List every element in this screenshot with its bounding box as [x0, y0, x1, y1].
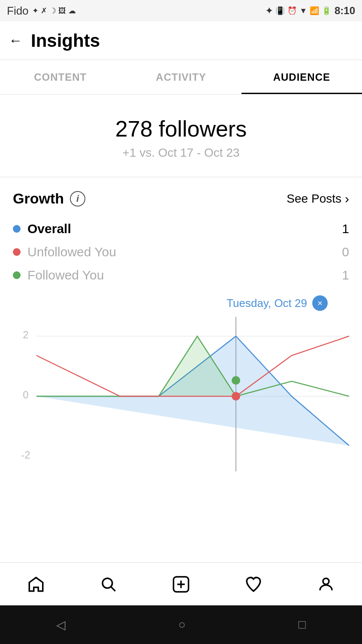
status-bar: Fido ✦ ✗ ☽ 🖼 ☁ ✦ 📳 ⏰ ▼ 📶 🔋 8:10	[0, 0, 362, 21]
svg-point-15	[323, 578, 329, 584]
home-nav-button[interactable]	[24, 572, 48, 596]
svg-point-10	[103, 578, 112, 588]
status-icons: ✦ ✗ ☽ 🖼 ☁	[32, 6, 76, 15]
add-nav-button[interactable]	[169, 572, 193, 596]
profile-nav-button[interactable]	[314, 572, 338, 596]
label-unfollowed: Unfollowed You	[27, 245, 116, 259]
legend-item-followed: Followed You 1	[13, 264, 349, 287]
growth-chart[interactable]: 2 0 -2	[13, 313, 349, 476]
svg-point-8	[232, 392, 240, 401]
android-recent-button[interactable]: □	[299, 618, 306, 632]
status-right: ✦ 📳 ⏰ ▼ 📶 🔋 8:10	[265, 5, 355, 17]
vibrate-icon: 📳	[275, 6, 285, 15]
chart-close-button[interactable]: ×	[312, 295, 328, 311]
svg-point-9	[232, 376, 240, 385]
growth-title: Growth	[13, 190, 64, 207]
search-icon	[100, 575, 118, 593]
svg-text:0: 0	[23, 389, 28, 401]
growth-section: Growth i See Posts › Overall 1 Unfollowe…	[0, 177, 362, 476]
signal-icon: 📶	[310, 6, 319, 15]
chart-container: Tuesday, Oct 29 × 2 0 -2	[13, 295, 349, 476]
wifi-icon: ▼	[299, 6, 307, 15]
add-icon	[172, 575, 190, 593]
chart-date-text: Tuesday, Oct 29	[226, 297, 307, 310]
label-overall: Overall	[27, 222, 71, 236]
growth-header: Growth i See Posts ›	[13, 190, 349, 207]
followers-section: 278 followers +1 vs. Oct 17 - Oct 23	[0, 94, 362, 177]
android-nav-bar: ◁ ○ □	[0, 605, 362, 644]
tab-content[interactable]: CONTENT	[0, 60, 121, 94]
legend-item-unfollowed: Unfollowed You 0	[13, 240, 349, 264]
tabs-container: CONTENT ACTIVITY AUDIENCE	[0, 60, 362, 94]
value-overall: 1	[342, 222, 349, 236]
svg-text:2: 2	[23, 329, 28, 340]
battery-icon: 🔋	[322, 6, 331, 15]
search-nav-button[interactable]	[97, 572, 121, 596]
status-left: Fido ✦ ✗ ☽ 🖼 ☁	[7, 4, 76, 18]
time-label: 8:10	[335, 5, 355, 17]
chart-date-label: Tuesday, Oct 29 ×	[226, 295, 328, 311]
label-followed: Followed You	[27, 268, 104, 283]
followers-comparison: +1 vs. Oct 17 - Oct 23	[9, 146, 353, 160]
svg-marker-7	[36, 336, 349, 396]
value-followed: 1	[342, 268, 349, 283]
chevron-right-icon: ›	[345, 191, 349, 206]
header: ← Insights	[0, 21, 362, 60]
back-button[interactable]: ←	[9, 33, 22, 49]
carrier-label: Fido	[7, 4, 29, 18]
followers-count: 278 followers	[9, 116, 353, 142]
tab-activity[interactable]: ACTIVITY	[121, 60, 241, 94]
legend-item-overall: Overall 1	[13, 217, 349, 240]
page-title: Insights	[31, 30, 100, 51]
android-back-button[interactable]: ◁	[56, 618, 66, 632]
svg-line-11	[111, 587, 115, 591]
profile-icon	[317, 575, 335, 593]
dot-followed	[13, 271, 21, 279]
bluetooth-icon: ✦	[265, 6, 273, 16]
heart-nav-button[interactable]	[241, 572, 265, 596]
dot-unfollowed	[13, 248, 21, 256]
home-icon	[27, 575, 45, 593]
tab-audience[interactable]: AUDIENCE	[241, 60, 362, 94]
bottom-nav	[0, 562, 362, 605]
android-home-button[interactable]: ○	[178, 618, 186, 632]
svg-text:-2: -2	[21, 449, 30, 461]
dot-overall	[13, 225, 21, 233]
alarm-icon: ⏰	[287, 6, 297, 15]
see-posts-button[interactable]: See Posts ›	[287, 191, 349, 206]
value-unfollowed: 0	[342, 245, 349, 259]
heart-icon	[244, 575, 262, 593]
legend: Overall 1 Unfollowed You 0 Followed You …	[13, 217, 349, 287]
info-icon[interactable]: i	[70, 191, 85, 207]
